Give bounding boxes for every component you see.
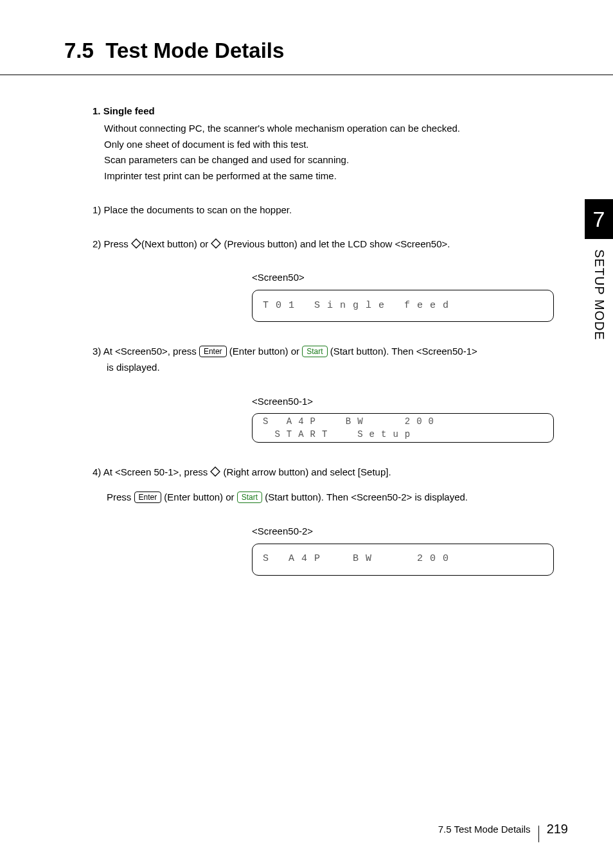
- title-rule: [0, 75, 613, 75]
- step-text: 3) At <Screen50>, press: [93, 346, 199, 357]
- step-text: Press: [107, 492, 134, 502]
- section-heading: Test Mode Details: [105, 39, 284, 62]
- item-name: Single feed: [103, 105, 155, 116]
- item-desc-line: Without connecting PC, the scanner's who…: [104, 121, 568, 137]
- footer-separator: [538, 826, 539, 842]
- step-2: 2) Press (Next button) or (Previous butt…: [93, 236, 568, 252]
- svg-marker-0: [132, 239, 141, 248]
- lcd-screen50: T01 Single feed: [252, 290, 554, 322]
- item-desc-line: Scan parameters can be changed and used …: [104, 152, 568, 168]
- lcd-screen50-2: S A4P BW 200: [252, 544, 554, 576]
- step-text: (Enter button) or: [161, 492, 237, 502]
- footer-section: 7.5 Test Mode Details: [438, 824, 531, 835]
- step-text: (Previous button) and let the LCD show <…: [221, 238, 450, 249]
- step-4-sub: Press Enter (Enter button) or Start (Sta…: [107, 490, 568, 506]
- lcd-row: S A4P BW 200: [263, 415, 543, 428]
- lcd-row: T01 Single feed: [263, 298, 543, 314]
- item-desc-line: Imprinter test print can be performed at…: [104, 168, 568, 184]
- step-text: is displayed.: [107, 360, 568, 376]
- section-title: 7.5 Test Mode Details: [64, 39, 568, 63]
- item-desc-line: Only one sheet of document is fed with t…: [104, 137, 568, 153]
- step-text: (Enter button) or: [227, 346, 303, 357]
- svg-marker-1: [211, 239, 220, 248]
- item-description: Without connecting PC, the scanner's who…: [104, 121, 568, 184]
- item-heading: 1. Single feed: [93, 103, 568, 120]
- step-text: 4) At <Screen 50-1>, press: [93, 466, 210, 477]
- step-4: 4) At <Screen 50-1>, press (Right arrow …: [93, 465, 568, 481]
- lcd-row: START Setup: [263, 428, 543, 441]
- start-key-icon: Start: [302, 346, 327, 357]
- page-footer: 7.5 Test Mode Details 219: [438, 820, 568, 837]
- next-diamond-icon: [131, 238, 141, 249]
- step-text: 1) Place the documents to scan on the ho…: [93, 204, 292, 215]
- side-tab: 7 SETUP MODE: [585, 199, 613, 341]
- previous-diamond-icon: [211, 238, 221, 249]
- screen50-label: <Screen50>: [252, 270, 568, 286]
- step-text: 2) Press: [93, 238, 131, 249]
- step-text: (Start button). Then <Screen50-2> is dis…: [262, 492, 468, 502]
- footer-page-number: 219: [547, 822, 568, 837]
- enter-key-icon: Enter: [134, 492, 162, 503]
- screen50-1-label: <Screen50-1>: [252, 394, 568, 410]
- section-number: 7.5: [64, 39, 94, 62]
- step-1: 1) Place the documents to scan on the ho…: [93, 202, 568, 218]
- step-text: (Start button). Then <Screen50-1>: [328, 346, 477, 357]
- step-text: (Next button) or: [141, 238, 211, 249]
- svg-marker-2: [211, 467, 220, 476]
- screen50-2-label: <Screen50-2>: [252, 524, 568, 540]
- lcd-screen50-1: S A4P BW 200 START Setup: [252, 413, 554, 443]
- right-diamond-icon: [210, 466, 220, 477]
- enter-key-icon: Enter: [199, 346, 227, 357]
- lcd-row: S A4P BW 200: [263, 551, 543, 567]
- start-key-icon: Start: [237, 492, 262, 503]
- item-number: 1.: [93, 105, 101, 116]
- chapter-name-tab: SETUP MODE: [592, 249, 607, 341]
- chapter-number-tab: 7: [585, 199, 613, 239]
- step-3: 3) At <Screen50>, press Enter (Enter but…: [93, 344, 568, 376]
- step-text: (Right arrow button) and select [Setup].: [220, 466, 391, 477]
